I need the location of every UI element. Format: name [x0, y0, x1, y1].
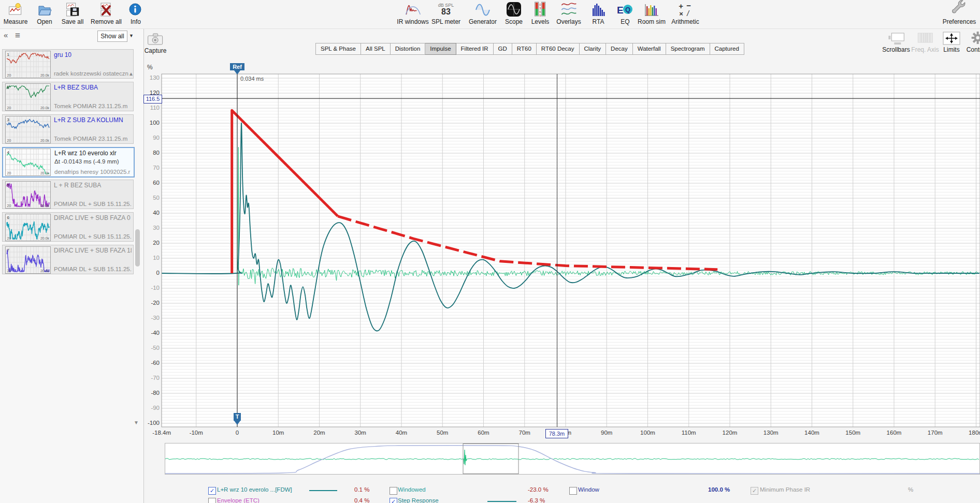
y-scroll-down-icon[interactable]: ▼: [134, 420, 139, 425]
y-tick-label: -80: [120, 390, 160, 396]
x-tick-label: 0: [236, 430, 239, 436]
y-tick-label: 130: [120, 75, 160, 81]
y-tick-label: 20: [120, 240, 160, 246]
t-zero-marker-pointer-icon: [234, 421, 240, 425]
x-tick-label: 160m: [887, 430, 902, 436]
x-tick-label: 30m: [355, 430, 366, 436]
y-tick-label: -90: [120, 405, 160, 411]
legend-value-envelope-etc: 0.4 %: [354, 497, 369, 503]
x-tick-label: -18.4m: [152, 430, 171, 436]
legend-value-l-r-wrz-10-everolo-fdw: 0.1 %: [354, 486, 369, 493]
y-tick-label: 100: [120, 120, 160, 126]
ref-time-marker[interactable]: Ref: [230, 63, 244, 70]
y-tick-label: 0: [120, 270, 160, 276]
ir-overview-strip[interactable]: [165, 443, 980, 475]
y-axis-unit: %: [147, 64, 153, 71]
legend-checkbox-window[interactable]: [569, 487, 577, 495]
x-tick-label: -10m: [190, 430, 203, 436]
y-tick-label: 50: [120, 195, 160, 201]
x-tick-label: 100m: [640, 430, 655, 436]
y-tick-label: 80: [120, 150, 160, 156]
y-tick-label: 30: [120, 225, 160, 231]
x-tick-label: 20m: [313, 430, 325, 436]
x-tick-label: 150m: [845, 430, 860, 436]
legend-value-window: 100.0 %: [708, 486, 730, 493]
x-tick-label: 90m: [601, 430, 612, 436]
y-tick-label: 90: [120, 135, 160, 141]
t-zero-marker[interactable]: T: [234, 413, 241, 421]
y-tick-label: 10: [120, 255, 160, 261]
rew-application-window: MeasureOpenSave allRemove allInfoIR wind…: [0, 0, 980, 503]
ref-marker-pointer-icon: [234, 70, 240, 75]
y-tick-label: -70: [120, 375, 160, 381]
legend-checkbox-minimum-phase-ir: ✓: [751, 487, 758, 495]
y-tick-label: 60: [120, 180, 160, 186]
legend-line-sample: [309, 490, 337, 491]
x-tick-label: 10m: [272, 430, 284, 436]
y-tick-label: 110: [120, 105, 160, 111]
ref-time-readout: 0.034 ms: [240, 76, 264, 82]
legend-label-windowed: Windowed: [398, 486, 426, 493]
x-tick-label: 130m: [763, 430, 779, 436]
level-readout: 116.5: [143, 95, 162, 103]
y-tick-label: -30: [120, 315, 160, 321]
y-tick-label: -100: [120, 420, 160, 426]
legend-checkbox-envelope-etc[interactable]: [208, 498, 216, 503]
y-tick-label: -40: [120, 330, 160, 336]
x-tick-label: 110m: [682, 430, 696, 436]
x-tick-label: 180m: [969, 430, 980, 436]
x-tick-label: 120m: [723, 430, 738, 436]
y-tick-label: 40: [120, 210, 160, 216]
y-tick-label: -50: [120, 345, 160, 351]
legend-checkbox-step-response[interactable]: ✓: [390, 498, 397, 503]
legend-checkbox-windowed[interactable]: [390, 487, 397, 495]
x-tick-label: 40m: [396, 430, 407, 436]
y-tick-label: -60: [120, 360, 160, 366]
legend-label-envelope-etc: Envelope (ETC): [217, 497, 260, 503]
legend-label-window: Window: [578, 486, 599, 493]
legend-label-step-response: Step Response: [398, 497, 439, 503]
legend-value-step-response: -6.3 %: [528, 497, 545, 503]
cursor-time-readout: 78.3m: [545, 429, 568, 438]
legend-line-sample: [487, 501, 516, 502]
x-tick-label: 170m: [928, 430, 943, 436]
legend-checkbox-l-r-wrz-10-everolo-fdw[interactable]: ✓: [208, 487, 216, 495]
x-tick-label: 70m: [519, 430, 530, 436]
x-tick-label: 140m: [804, 430, 819, 436]
y-scroll-up-icon[interactable]: ▲: [128, 71, 134, 77]
legend-value-windowed: -23.0 %: [528, 486, 549, 493]
y-tick-label: -10: [120, 285, 160, 291]
x-tick-label: 60m: [478, 430, 489, 436]
y-tick-label: -20: [120, 300, 160, 306]
legend-value-minimum-phase-ir: %: [908, 486, 913, 493]
legend-label-minimum-phase-ir: Minimum Phase IR: [760, 486, 810, 493]
x-tick-label: 50m: [437, 430, 448, 436]
legend-label-l-r-wrz-10-everolo-fdw: L+R wrz 10 everolo ...[FDW]: [217, 486, 292, 493]
y-tick-label: 70: [120, 165, 160, 171]
